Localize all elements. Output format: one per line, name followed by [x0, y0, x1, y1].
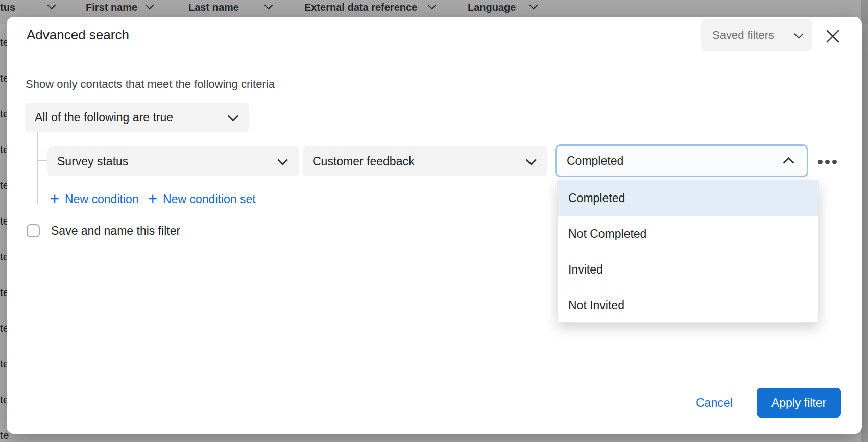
chevron-down-icon	[794, 29, 803, 38]
condition-tree-elbow	[38, 160, 47, 161]
save-filter-label: Save and name this filter	[51, 223, 180, 238]
chevron-down-icon	[526, 155, 537, 165]
group-operator-value: All of the following are true	[25, 111, 173, 125]
footer-divider	[7, 369, 862, 369]
criteria-instruction: Show only contacts that meet the followi…	[26, 77, 275, 91]
chevron-up-icon	[783, 157, 794, 168]
ellipsis-dot	[825, 160, 830, 164]
condition-options-icon[interactable]	[812, 152, 842, 172]
condition-source-select[interactable]: Customer feedback	[303, 146, 547, 176]
chevron-down-icon	[277, 155, 288, 165]
dropdown-option-not-invited[interactable]: Not Invited	[558, 287, 818, 323]
value-dropdown-menu: Completed Not Completed Invited Not Invi…	[557, 180, 819, 323]
condition-value-value: Completed	[557, 154, 623, 168]
modal-title: Advanced search	[27, 27, 129, 42]
new-condition-label: New condition	[65, 192, 138, 206]
condition-field-value: Survey status	[47, 155, 128, 168]
condition-source-value: Customer feedback	[303, 155, 414, 168]
ellipsis-dot	[818, 160, 823, 164]
plus-icon: +	[50, 191, 59, 207]
dropdown-option-completed[interactable]: Completed	[558, 180, 818, 216]
new-condition-button[interactable]: + New condition	[50, 190, 139, 208]
plus-icon: +	[148, 191, 157, 207]
screen: tus First name Last name External data r…	[0, 0, 868, 442]
condition-tree-line	[37, 132, 38, 204]
advanced-search-modal: Advanced search Saved filters Show only …	[7, 17, 862, 434]
cancel-button[interactable]: Cancel	[691, 395, 738, 411]
group-operator-select[interactable]: All of the following are true	[25, 103, 249, 132]
save-filter-checkbox[interactable]	[27, 224, 40, 237]
new-condition-set-label: New condition set	[163, 192, 256, 206]
condition-field-select[interactable]: Survey status	[47, 146, 299, 176]
apply-filter-button[interactable]: Apply filter	[757, 388, 841, 418]
dropdown-option-invited[interactable]: Invited	[558, 252, 818, 287]
chevron-down-icon	[228, 111, 238, 121]
close-icon[interactable]	[823, 27, 842, 46]
dropdown-option-not-completed[interactable]: Not Completed	[558, 216, 818, 252]
new-condition-set-button[interactable]: + New condition set	[148, 190, 256, 208]
header-divider	[7, 63, 862, 63]
saved-filters-dropdown[interactable]: Saved filters	[701, 19, 812, 51]
ellipsis-dot	[832, 160, 837, 164]
saved-filters-label: Saved filters	[712, 29, 774, 42]
condition-value-select[interactable]: Completed	[555, 144, 808, 177]
